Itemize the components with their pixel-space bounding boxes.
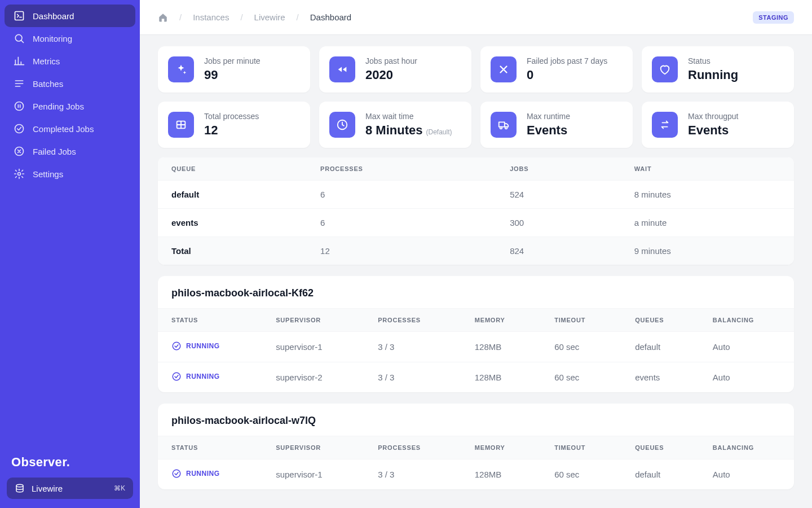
stat-label: Max runtime <box>527 112 570 121</box>
topbar: / Instances / Livewire / Dashboard STAGI… <box>140 0 812 35</box>
instance-name: philos-macbook-airlocal-w7lQ <box>158 404 794 436</box>
breadcrumb-item[interactable]: Instances <box>193 12 229 22</box>
sidebar-item-completed-jobs[interactable]: Completed Jobs <box>5 117 135 140</box>
stat-label: Jobs per minute <box>204 56 261 65</box>
home-icon[interactable] <box>158 12 168 23</box>
queues-panel: QUEUE PROCESSES JOBS WAIT default65248 m… <box>158 157 794 265</box>
sparkle-icon <box>168 56 194 82</box>
sidebar-item-label: Metrics <box>33 56 60 66</box>
stack-icon <box>15 483 25 493</box>
sidebar-item-label: Settings <box>33 169 63 179</box>
sidebar-item-label: Dashboard <box>33 11 74 21</box>
table-row: events6300a minute <box>158 209 794 237</box>
stat-value: 8 Minutes(Default) <box>365 123 452 138</box>
clock-icon <box>329 112 355 138</box>
sidebar-item-failed-jobs[interactable]: Failed Jobs <box>5 140 135 163</box>
col-jobs: JOBS <box>496 157 621 181</box>
sidebar-item-label: Failed Jobs <box>33 147 76 156</box>
stat-label: Failed jobs past 7 days <box>527 56 607 65</box>
stat-value: Events <box>527 123 570 138</box>
x-icon <box>14 146 25 157</box>
db-icon <box>168 112 194 138</box>
stat-card: Total processes12 <box>158 102 310 148</box>
environment-shortcut: ⌘K <box>114 484 125 492</box>
stat-label: Total processes <box>204 112 259 121</box>
table-row: RUNNINGsupervisor-13 / 3128MB60 secdefau… <box>158 459 794 490</box>
stat-card: Jobs per minute99 <box>158 46 310 93</box>
status-badge: RUNNING <box>171 468 220 479</box>
stat-value: 0 <box>527 68 607 82</box>
sidebar: DashboardMonitoringMetricsBatchesPending… <box>0 0 140 508</box>
stat-value: 2020 <box>365 68 417 82</box>
sidebar-item-batches[interactable]: Batches <box>5 72 135 95</box>
brand-title: Observer. <box>0 448 140 473</box>
table-row: RUNNINGsupervisor-13 / 3128MB60 secdefau… <box>158 332 794 362</box>
list-icon <box>14 78 25 89</box>
col-wait: WAIT <box>621 157 794 181</box>
breadcrumb-item[interactable]: Livewire <box>254 12 285 22</box>
stat-value: Running <box>688 68 738 82</box>
col-processes: PROCESSES <box>307 157 496 181</box>
stat-card: Jobs past hour2020 <box>319 46 471 93</box>
status-badge: RUNNING <box>171 371 220 382</box>
sidebar-item-settings[interactable]: Settings <box>5 163 135 185</box>
staging-badge: STAGING <box>753 11 794 24</box>
stat-value: 99 <box>204 68 261 82</box>
rewind-icon <box>329 56 355 82</box>
table-row: default65248 minutes <box>158 181 794 209</box>
stat-card: Max runtimeEvents <box>480 102 633 148</box>
stat-card: Failed jobs past 7 days0 <box>480 46 633 93</box>
x-icon <box>491 56 517 82</box>
truck-icon <box>491 112 517 138</box>
heart-icon <box>652 56 678 82</box>
sidebar-item-pending-jobs[interactable]: Pending Jobs <box>5 95 135 117</box>
instance-panel: philos-macbook-airlocal-Kf62STATUSSUPERV… <box>158 276 794 392</box>
table-row-total: Total128249 minutes <box>158 237 794 265</box>
stat-label: Status <box>688 56 738 65</box>
stat-card: Max througputEvents <box>642 102 794 148</box>
breadcrumb: / Instances / Livewire / Dashboard <box>158 12 351 23</box>
sidebar-item-dashboard[interactable]: Dashboard <box>5 5 135 27</box>
stat-value: Events <box>688 123 739 138</box>
stat-card: StatusRunning <box>642 46 794 93</box>
stat-label: Max wait time <box>365 112 452 121</box>
instance-name: philos-macbook-airlocal-Kf62 <box>158 276 794 308</box>
stat-card: Max wait time8 Minutes(Default) <box>319 102 471 148</box>
col-queue: QUEUE <box>158 157 307 181</box>
environment-label: Livewire <box>32 484 63 493</box>
stat-value: 12 <box>204 123 259 138</box>
table-row: RUNNINGsupervisor-23 / 3128MB60 secevent… <box>158 362 794 393</box>
environment-switcher[interactable]: Livewire ⌘K <box>7 478 133 499</box>
pause-icon <box>14 100 25 112</box>
gear-icon <box>14 168 25 179</box>
check-icon <box>14 123 25 134</box>
sidebar-item-metrics[interactable]: Metrics <box>5 50 135 72</box>
chart-icon <box>14 55 25 67</box>
search-icon <box>14 33 25 44</box>
sidebar-item-monitoring[interactable]: Monitoring <box>5 27 135 50</box>
sidebar-item-label: Completed Jobs <box>33 124 94 134</box>
sidebar-item-label: Pending Jobs <box>33 102 84 111</box>
breadcrumb-current: Dashboard <box>310 12 351 22</box>
instance-panel: philos-macbook-airlocal-w7lQSTATUSSUPERV… <box>158 404 794 489</box>
terminal-icon <box>14 10 25 21</box>
status-badge: RUNNING <box>171 341 220 351</box>
stat-label: Max througput <box>688 112 739 121</box>
sidebar-item-label: Monitoring <box>33 34 72 43</box>
swap-icon <box>652 112 678 138</box>
stat-label: Jobs past hour <box>365 56 417 65</box>
sidebar-item-label: Batches <box>33 79 63 89</box>
